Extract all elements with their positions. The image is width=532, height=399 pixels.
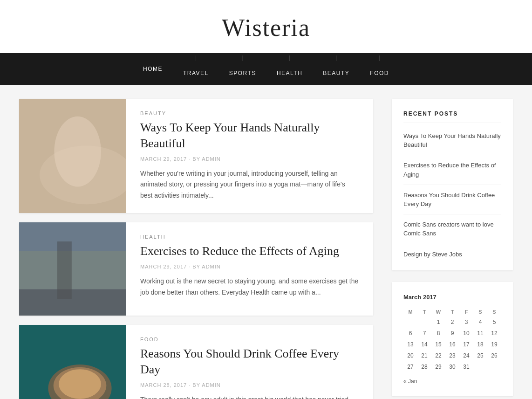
article-image [19,222,126,316]
article-meta: MARCH 29, 2017 · BY ADMIN [140,264,359,269]
site-nav: HOMETRAVELSPORTSHEALTHBEAUTYFOOD [0,53,532,85]
calendar-header-cell: T [445,307,459,316]
calendar-day-cell[interactable]: 16 [445,339,459,350]
article-excerpt: Whether you're writing in your journal, … [140,168,359,201]
article-excerpt: Working out is the new secret to staying… [140,276,359,298]
recent-post-link[interactable]: Design by Steve Jobs [403,251,462,258]
nav-item-health[interactable]: HEALTH [266,62,313,85]
article-title-link[interactable]: Exercises to Reduce the Effects of Aging [140,244,339,258]
recent-post-link[interactable]: Ways To Keep Your Hands Naturally Beauti… [403,132,501,148]
article-title: Exercises to Reduce the Effects of Aging [140,243,359,259]
calendar-day-cell[interactable]: 1 [431,316,445,328]
calendar-day-cell[interactable]: 26 [487,350,501,361]
recent-post-item: Design by Steve Jobs [403,250,501,259]
recent-posts-title: RECENT POSTS [403,110,501,123]
calendar-day-cell[interactable]: 4 [473,316,487,328]
calendar-day-cell[interactable]: 15 [431,339,445,350]
calendar-day-cell[interactable]: 18 [473,339,487,350]
calendar-table: MTWTFSS 12345678910111213141516171819202… [403,307,501,372]
recent-post-item: Reasons You Should Drink Coffee Every Da… [403,191,501,214]
calendar-day-cell [487,361,501,372]
article-body: BEAUTYWays To Keep Your Hands Naturally … [126,99,373,213]
article-card: BEAUTYWays To Keep Your Hands Naturally … [19,99,373,213]
article-image [19,325,126,399]
recent-post-item: Comic Sans creators want to love Comic S… [403,220,501,244]
article-body: HEALTHExercises to Reduce the Effects of… [126,222,373,316]
page-container: BEAUTYWays To Keep Your Hands Naturally … [10,85,522,399]
calendar-day-cell[interactable]: 31 [459,361,473,372]
calendar-day-cell[interactable]: 21 [417,350,431,361]
calendar-day-cell[interactable]: 25 [473,350,487,361]
article-excerpt: There really can't be any adult in this … [140,394,359,399]
article-category: FOOD [140,337,359,342]
nav-item-home[interactable]: HOME [133,57,173,81]
nav-item-beauty[interactable]: BEAUTY [313,62,360,85]
calendar-day-cell[interactable]: 9 [445,328,459,339]
calendar-day-cell[interactable]: 29 [431,361,445,372]
site-title: Wisteria [0,14,532,41]
recent-post-item: Ways To Keep Your Hands Naturally Beauti… [403,131,501,155]
article-category: BEAUTY [140,110,359,116]
calendar-day-cell [417,316,431,328]
calendar-day-cell[interactable]: 23 [445,350,459,361]
article-body: FOODReasons You Should Drink Coffee Ever… [126,325,373,399]
calendar-day-cell[interactable]: 14 [417,339,431,350]
recent-post-item: Exercises to Reduce the Effects of Aging [403,161,501,185]
article-image [19,99,126,213]
calendar-day-cell[interactable]: 3 [459,316,473,328]
main-content: BEAUTYWays To Keep Your Hands Naturally … [19,99,373,399]
calendar-day-cell[interactable]: 11 [473,328,487,339]
calendar-day-cell[interactable]: 10 [459,328,473,339]
sidebar: RECENT POSTS Ways To Keep Your Hands Nat… [392,99,513,399]
article-title: Reasons You Should Drink Coffee Every Da… [140,346,359,378]
article-card: HEALTHExercises to Reduce the Effects of… [19,222,373,316]
calendar-header-cell: F [459,307,473,316]
calendar-day-cell[interactable]: 8 [431,328,445,339]
article-card: FOODReasons You Should Drink Coffee Ever… [19,325,373,399]
recent-post-link[interactable]: Exercises to Reduce the Effects of Aging [403,162,496,178]
calendar-day-cell[interactable]: 6 [403,328,417,339]
calendar-day-cell[interactable]: 13 [403,339,417,350]
article-title: Ways To Keep Your Hands Naturally Beauti… [140,120,359,151]
article-meta: MARCH 28, 2017 · BY ADMIN [140,382,359,388]
site-header: Wisteria [0,0,532,53]
calendar-header-cell: M [403,307,417,316]
calendar-day-cell[interactable]: 30 [445,361,459,372]
recent-posts-widget: RECENT POSTS Ways To Keep Your Hands Nat… [392,99,513,270]
prev-month-link[interactable]: « Jan [403,378,417,385]
calendar-header-cell: W [431,307,445,316]
calendar-day-cell[interactable]: 19 [487,339,501,350]
calendar-day-cell [473,361,487,372]
calendar-header-cell: S [473,307,487,316]
calendar-month: March 2017 [403,294,501,301]
calendar-day-cell[interactable]: 27 [403,361,417,372]
calendar-header-cell: T [417,307,431,316]
calendar-day-cell[interactable]: 12 [487,328,501,339]
recent-post-link[interactable]: Reasons You Should Drink Coffee Every Da… [403,192,495,207]
calendar-day-cell[interactable]: 28 [417,361,431,372]
article-meta: MARCH 29, 2017 · BY ADMIN [140,156,359,162]
calendar-day-cell[interactable]: 22 [431,350,445,361]
calendar-day-cell[interactable]: 24 [459,350,473,361]
calendar-day-cell[interactable]: 20 [403,350,417,361]
calendar-widget: March 2017 MTWTFSS 123456789101112131415… [392,282,513,396]
calendar-day-cell[interactable]: 2 [445,316,459,328]
calendar-day-cell[interactable]: 7 [417,328,431,339]
calendar-header-cell: S [487,307,501,316]
calendar-day-cell[interactable]: 5 [487,316,501,328]
calendar-day-cell [403,316,417,328]
article-category: HEALTH [140,234,359,240]
nav-item-travel[interactable]: TRAVEL [173,62,219,85]
article-title-link[interactable]: Reasons You Should Drink Coffee Every Da… [140,347,339,376]
nav-item-sports[interactable]: SPORTS [219,62,266,85]
calendar-nav: « Jan [403,378,501,385]
recent-posts-list: Ways To Keep Your Hands Naturally Beauti… [403,131,501,259]
calendar-day-cell[interactable]: 17 [459,339,473,350]
article-title-link[interactable]: Ways To Keep Your Hands Naturally Beauti… [140,121,320,150]
nav-item-food[interactable]: FOOD [360,62,399,85]
recent-post-link[interactable]: Comic Sans creators want to love Comic S… [403,221,494,237]
